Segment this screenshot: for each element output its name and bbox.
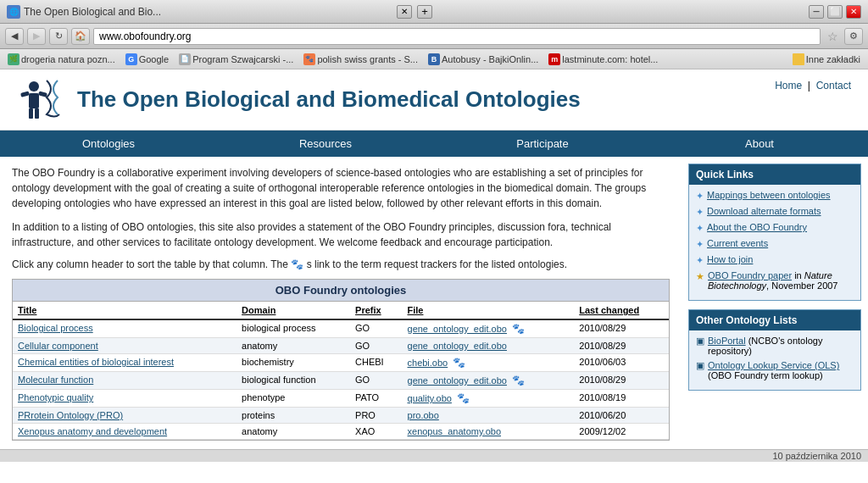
quick-link-5-label[interactable]: How to join [707,254,753,264]
row-title-1: Cellular component [13,338,236,354]
row-file-4: quality.obo 🐾 [403,390,575,408]
other-list-2: ▣ Ontology Lookup Service (OLS) (OBO Fou… [696,360,854,380]
col-prefix[interactable]: Prefix [350,302,402,319]
window-close-btn[interactable]: ✕ [846,5,861,19]
file-link-2[interactable]: chebi.obo [408,358,448,368]
quick-link-6-label[interactable]: OBO Foundry paper [708,270,792,280]
bookmark-5[interactable]: B Autobusy - BajkiOnlin... [424,53,542,66]
file-link-0[interactable]: gene_ontology_edit.obo [408,324,507,334]
row-file-5: pro.obo [403,408,575,424]
file-link-5[interactable]: pro.obo [408,410,439,420]
paw-icon-4[interactable]: 🐾 [457,392,470,404]
bookmark-1-label: drogeria natura pozn... [21,54,115,64]
title-link-0[interactable]: Biological process [18,323,93,333]
row-file-1: gene_ontology_edit.obo [403,338,575,354]
nav-ontologies[interactable]: Ontologies [0,130,217,157]
row-domain-6: anatomy [236,424,350,440]
star-icon-2: ✦ [696,207,704,218]
other-list-1-text: BioPortal (NCBO's ontology repository) [708,336,854,356]
row-title-5: PRrotein Ontology (PRO) [13,408,236,424]
svg-rect-5 [38,91,47,97]
paw-icon-2[interactable]: 🐾 [453,357,465,369]
title-link-6[interactable]: Xenopus anatomy and development [18,426,167,436]
forward-btn[interactable]: ▶ [27,28,46,45]
ols-link[interactable]: Ontology Lookup Service (OLS) [708,360,839,370]
bookmark-4-label: polish swiss grants - S... [317,54,418,64]
quick-link-1-label[interactable]: Mappings between ontologies [707,190,831,200]
nav-participate[interactable]: Participate [434,130,651,157]
title-link-1[interactable]: Cellular component [18,341,98,351]
bookmarks-bar: 🌿 drogeria natura pozn... G Google 📄 Pro… [0,49,868,69]
home-link[interactable]: Home [775,80,802,92]
file-link-1[interactable]: gene_ontology_edit.obo [408,341,507,351]
table-row: Cellular component anatomy GO gene_ontol… [13,338,669,354]
restore-btn[interactable]: ⬜ [827,5,843,19]
paw-icon-0[interactable]: 🐾 [512,323,525,335]
nav-resources[interactable]: Resources [217,130,434,157]
quick-links-title: Quick Links [689,164,860,185]
title-bar: 🌐 The Open Biological and Bio... ✕ + ─ ⬜… [0,0,868,24]
title-link-3[interactable]: Molecular function [18,375,93,385]
quick-link-2-label[interactable]: Download alternate formats [707,206,821,216]
refresh-btn[interactable]: ↻ [49,28,68,45]
row-date-0: 2010/08/29 [574,319,669,338]
nav-menu: Ontologies Resources Participate About [0,130,868,157]
title-link-4[interactable]: Phenotypic quality [18,392,93,402]
title-link-5[interactable]: PRrotein Ontology (PRO) [18,410,123,420]
file-link-6[interactable]: xenopus_anatomy.obo [408,426,502,436]
url-text: www.obofoundry.org [99,31,192,42]
paw-icon-3[interactable]: 🐾 [512,375,525,386]
page-favicon: 🌐 [7,5,20,19]
row-prefix-1: GO [350,338,402,354]
quick-links-content: ✦ Mappings between ontologies ✦ Download… [689,185,860,300]
nav-about[interactable]: About [651,130,868,157]
ontologies-table-wrapper: OBO Foundry ontologies Title Domain Pref… [12,279,670,441]
row-prefix-2: CHEBI [350,354,402,372]
quick-link-4-label[interactable]: Current events [707,238,768,248]
file-link-3[interactable]: gene_ontology_edit.obo [408,375,507,386]
row-title-0: Biological process [13,319,236,338]
title-link-2[interactable]: Chemical entities of biological interest [18,357,174,367]
tools-btn[interactable]: ⚙ [844,28,863,45]
svg-rect-1 [29,93,39,108]
site-title: The Open Biological and Biomedical Ontol… [77,86,761,113]
col-file[interactable]: File [403,302,575,319]
quick-link-1: ✦ Mappings between ontologies [696,190,854,202]
row-file-0: gene_ontology_edit.obo 🐾 [403,319,575,338]
file-link-4[interactable]: quality.obo [408,393,452,403]
bookmark-folder[interactable]: Inne zakładki [788,53,865,66]
bookmark-2-label: Google [139,54,169,64]
row-domain-4: phenotype [236,390,350,408]
col-last-changed[interactable]: Last changed [574,302,669,319]
table-row: Xenopus anatomy and development anatomy … [13,424,669,440]
col-title[interactable]: Title [13,302,236,319]
minimize-btn[interactable]: ─ [809,5,824,19]
row-title-6: Xenopus anatomy and development [13,424,236,440]
contact-link[interactable]: Contact [816,80,851,92]
bioportal-link[interactable]: BioPortal [708,336,746,346]
bookmark-1[interactable]: 🌿 drogeria natura pozn... [3,53,120,66]
row-prefix-0: GO [350,319,402,338]
star-bookmark-btn[interactable]: ☆ [824,28,841,45]
table-row: Molecular function biological function G… [13,372,669,390]
status-date: 10 października 2010 [772,451,861,461]
star-icon-1: ✦ [696,191,704,202]
new-tab-btn[interactable]: + [417,5,432,19]
table-row: Biological process biological process GO… [13,319,669,338]
row-domain-1: anatomy [236,338,350,354]
bookmark-2[interactable]: G Google [121,53,173,66]
bookmark-6[interactable]: m lastminute.com: hotel... [544,53,662,66]
bookmark-4[interactable]: 🐾 polish swiss grants - S... [299,53,422,66]
click-text-after: s link to the term request trackers for … [307,258,567,270]
home-btn[interactable]: 🏠 [71,28,90,45]
quick-link-3-label[interactable]: About the OBO Foundry [707,222,807,232]
back-btn[interactable]: ◀ [5,28,24,45]
bookmark-3[interactable]: 📄 Program Szwajcarski -... [175,53,298,66]
sidebar: Quick Links ✦ Mappings between ontologie… [682,157,868,449]
close-tab-btn[interactable]: ✕ [397,5,412,19]
address-bar[interactable]: www.obofoundry.org [93,28,821,45]
bookmark-3-label: Program Szwajcarski -... [192,54,293,64]
table-title: OBO Foundry ontologies [13,280,669,302]
col-domain[interactable]: Domain [236,302,350,319]
row-domain-5: proteins [236,408,350,424]
